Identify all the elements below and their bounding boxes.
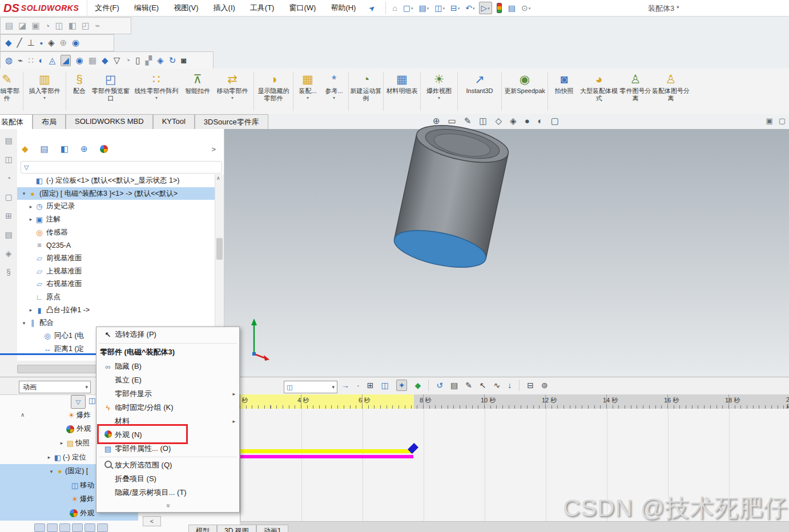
panel-collapse-arrow[interactable]: > [211,145,216,154]
save-animation-icon[interactable]: ◫ [381,381,388,390]
part-number-split-button[interactable]: ♙ 零件图号分离 [619,68,652,114]
tree-row-positioning-plate[interactable]: ◧ (-) 定位板<1> (默认<<默认>_显示状态 1>) [17,174,215,187]
menu-tools[interactable]: 工具(T) [243,0,282,16]
cylinder-part-model[interactable] [365,106,537,289]
toolbar-icon[interactable]: ▦ [88,55,96,66]
spring-icon[interactable]: ∿ [494,381,501,390]
toolbar-icon[interactable]: ▣ [31,21,39,31]
tree-row-front-plane[interactable]: ▱ 前视基准面 [17,252,215,265]
playback-button[interactable] [34,523,45,532]
home-icon[interactable]: ⌂ [391,2,398,14]
take-snapshot-button[interactable]: ◙ 拍快照 [549,68,579,114]
featuremanager-tab-icon[interactable]: ◆ [22,144,29,154]
menu-item-isolate[interactable]: 孤立 (E) [96,373,239,387]
move-component-button[interactable]: ⇄ 移动零部件 [212,68,252,114]
menu-item-hide-show-tree-items[interactable]: 隐藏/显示树项目... (T) [96,486,239,499]
playback-button[interactable] [84,523,95,532]
collapse-tree-button[interactable]: < [143,516,161,526]
toolbar-icon[interactable]: ⌁ [95,21,100,31]
zoom-timeline-icon[interactable]: ⊚ [541,381,548,390]
rebuild-traffic-light-icon[interactable] [497,3,502,13]
toolbar-icon[interactable]: ◔ [45,21,50,31]
toolbar-icon[interactable]: ◍ [5,55,13,66]
playback-button[interactable] [72,523,83,532]
hide-show-items-icon[interactable]: ● [525,116,530,126]
study-type-dropdown[interactable]: 动画 ▾ [19,381,91,393]
playback-button[interactable] [59,523,70,532]
linear-pattern-button[interactable]: ∷ 线性零部件阵列 [130,68,183,114]
cursor-icon[interactable]: ↖ [480,381,486,390]
toolbar-icon[interactable]: ▞ [146,55,152,66]
side-toolbar-icon[interactable]: ▤ [5,230,12,239]
undo-icon[interactable]: ↶ [464,2,476,14]
tab-solidworks-mbd[interactable]: SOLIDWORKS MBD [66,114,153,129]
toolbar-icon[interactable]: ⊕ [59,38,67,48]
zoom-fit-icon[interactable]: ⊕ [433,116,440,126]
animation-wizard-icon[interactable]: ✦ [396,380,408,391]
zoom-area-icon[interactable]: ▭ [448,116,456,126]
motor-icon[interactable]: ↺ [436,381,443,390]
pin-menu-icon[interactable]: ➤ [367,3,377,14]
toolbar-icon[interactable]: ▤ [5,21,13,31]
tree-row-boss-extrude[interactable]: ▸ ▮ 凸台-拉伸1 -> [17,304,215,317]
toolbar-icon[interactable]: ◬ [49,55,56,66]
timeline-ruler[interactable]: 2 秒 4 秒 6 秒 8 秒 10 秒 12 秒 14 秒 16 秒 18 秒… [240,394,789,409]
side-toolbar-icon[interactable]: ⊞ [5,211,12,220]
toolbar-icon-active[interactable]: ◢ [61,55,71,66]
menu-help[interactable]: 帮助(H) [323,0,363,16]
tab-animation1[interactable]: 动画1 [256,525,289,532]
side-toolbar-icon[interactable]: ◈ [6,249,12,258]
tree-row-fixed-component[interactable]: ▾ ● (固定) [ 电磁^装配体3 ]<1> -> (默认<<默认> [17,187,215,200]
select-tool-icon[interactable]: ▷ [479,2,492,14]
design-binder-icon[interactable]: ▤ [506,2,517,14]
menu-window[interactable]: 窗口(W) [281,0,323,16]
menu-item-temp-fix[interactable]: ϟ 临时固定/分组 (K) [96,401,239,414]
menu-item-component-display[interactable]: 零部件显示 ▸ [96,387,239,401]
gravity-icon[interactable]: ↓ [508,381,512,390]
menu-item-collapse-items[interactable]: 折叠项目 (S) [96,472,239,486]
menu-view[interactable]: 视图(V) [166,0,206,16]
toolbar-icon[interactable]: ◆ [102,55,108,66]
tree-row-history[interactable]: ▸ ◷ 历史记录 [17,200,215,213]
toolbar-icon[interactable]: ◔ [125,55,130,65]
results-icon[interactable]: ▤ [450,381,458,390]
tab-model[interactable]: 模型 [188,525,217,532]
side-toolbar-icon[interactable]: ◫ [5,155,12,164]
toolbar-icon[interactable]: • [40,38,43,48]
toolbar-icon[interactable]: ◐ [39,55,44,65]
timeline-mode-dropdown[interactable]: ◫ ▾ [284,381,337,393]
pen-icon[interactable]: ✎ [465,381,472,390]
insert-component-button[interactable]: ▥ 插入零部件 [25,68,65,114]
tab-3d-views[interactable]: 3D 视图 [217,525,256,532]
expand-arrow-icon[interactable]: ▸ [46,454,53,460]
toolbar-icon[interactable]: ∷ [28,55,34,66]
expand-arrow-icon[interactable]: ▾ [21,191,27,196]
expand-arrow-icon[interactable]: ▾ [48,469,55,474]
tree-row-right-plane[interactable]: ▱ 右视基准面 [17,278,215,291]
tree-filter-field[interactable]: ▽ [21,161,222,174]
toolbar-icon[interactable]: ⊥ [27,38,35,48]
toolbar-icon[interactable]: ◆ [5,38,12,48]
edit-component-button[interactable]: ✎ 编辑零部件 [0,68,22,114]
toolbar-icon[interactable]: ◙ [181,55,186,65]
appearance-track-bar[interactable] [240,455,413,458]
configurationmanager-tab-icon[interactable]: ◧ [61,144,69,154]
edit-appearance-icon[interactable]: ◐ [538,116,543,126]
previous-view-icon[interactable]: ◫ [479,116,487,126]
section-view-icon[interactable]: ✎ [464,116,472,126]
toolbar-icon[interactable]: ◉ [76,55,83,66]
menu-item-zoom-to-selection[interactable]: 放大所选范围 (Q) [96,458,239,472]
expand-arrow-icon[interactable]: ▸ [27,216,34,222]
expand-arrow-icon[interactable]: ▸ [27,204,34,209]
save-icon[interactable]: ◫ [433,2,446,14]
open-document-icon[interactable]: ▤ [417,2,431,14]
view-orientation-icon[interactable]: ◇ [496,116,502,126]
component-preview-window-button[interactable]: ◰ 零部件预览窗口 [91,68,130,114]
side-toolbar-icon[interactable]: ▤ [5,136,12,145]
mate-button[interactable]: § 配合 [67,68,91,114]
tab-assembly[interactable]: 装配体 [0,114,33,130]
smart-fasteners-button[interactable]: ⊼ 智能扣件 [183,68,212,114]
stop-icon[interactable]: · [357,381,360,390]
pane-icon[interactable]: ▣ [766,116,772,125]
toolbar-icon[interactable]: ◈ [48,38,55,48]
